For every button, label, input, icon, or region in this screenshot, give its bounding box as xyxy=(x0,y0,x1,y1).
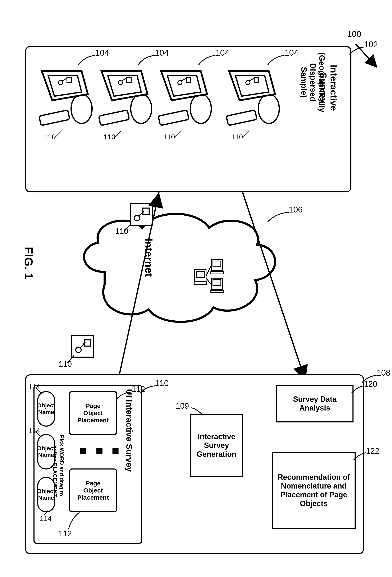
recommendation-box: Recommendation of Nomenclature and Place… xyxy=(272,452,356,529)
callout-110-panel: 110 xyxy=(155,379,169,388)
instruction-line1: Pick WORD and drag to xyxy=(58,435,65,496)
callout-109: 109 xyxy=(176,401,189,411)
object-name-pill[interactable]: Object Name xyxy=(37,391,55,427)
callout-122: 122 xyxy=(366,446,379,456)
callout-112-a: 112 xyxy=(132,385,145,394)
callout-112-b: 112 xyxy=(59,529,72,538)
callout-120: 120 xyxy=(364,380,377,389)
object-name-pill[interactable]: Object Name xyxy=(37,434,55,469)
analysis-box: Survey Data Analysis xyxy=(276,385,354,423)
callout-108: 108 xyxy=(377,368,391,377)
ellipsis-icon: ■ ■ ■ xyxy=(79,443,122,458)
svg-line-48 xyxy=(36,388,41,393)
object-name-pill[interactable]: Object Name xyxy=(37,477,55,512)
survey-generation-box: Interactive Survey Generation xyxy=(190,414,243,477)
placement-cell[interactable]: Page Object Placement xyxy=(69,469,117,512)
placement-cell[interactable]: Page Object Placement xyxy=(69,391,117,435)
svg-line-49 xyxy=(36,432,41,437)
svg-line-50 xyxy=(44,510,48,515)
svg-line-45 xyxy=(243,192,305,381)
svg-line-44 xyxy=(117,192,159,385)
